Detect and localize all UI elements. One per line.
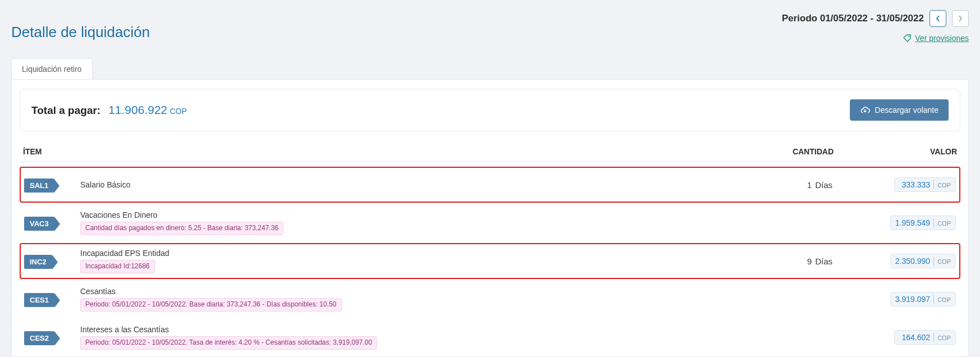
period-next-button[interactable] [952,10,969,27]
table-row: INC2Incapacidad EPS EntidadIncapacidad I… [20,243,960,279]
item-code-chip: CES1 [24,293,54,307]
table-row: CES2Intereses a las CesantíasPeriodo: 05… [20,319,960,355]
item-title: Intereses a las Cesantías [80,325,709,334]
provisions-link-label: Ver provisiones [915,34,969,43]
item-sub-pill: Periodo: 05/01/2022 - 10/05/2022. Tasa d… [80,336,377,350]
item-value[interactable]: 1.959.549COP [890,216,956,230]
period-label: Periodo 01/05/2022 - 31/05/2022 [782,13,924,24]
item-code-chip: VAC3 [24,217,54,231]
period-prev-button[interactable] [930,10,946,27]
total-currency: COP [170,107,187,116]
item-quantity: 1Días [709,180,832,190]
total-value: 11.906.922 [108,103,167,116]
total-label: Total a pagar: [31,104,100,117]
tag-icon [903,34,912,43]
item-value[interactable]: 3.919.097COP [890,292,956,306]
item-value[interactable]: 164.602COP [894,330,956,345]
chevron-left-icon [935,15,941,22]
items-table: ÍTEM CANTIDAD VALOR SAL1Salario Básico1D… [20,140,960,356]
table-row: VAC3Vacaciones En DineroCantidad días pa… [20,205,960,241]
item-title: Incapacidad EPS Entidad [80,249,709,258]
item-title: Vacaciones En Dinero [80,210,709,219]
page-title: Detalle de liquidación [11,24,150,41]
item-title: Cesantías [80,287,709,296]
download-volante-label: Descargar volante [875,106,938,115]
item-quantity: 9Días [709,257,832,266]
col-qty: CANTIDAD [710,147,834,156]
item-value[interactable]: 333.333COP [894,177,956,192]
item-code-chip: SAL1 [24,178,54,193]
col-item: ÍTEM [23,147,710,156]
item-sub-pill: Incapacidad Id:12686 [80,260,155,273]
col-value: VALOR [834,147,957,156]
table-row: SAL1Salario Básico1Días333.333COP [20,167,960,203]
item-sub-pill: Periodo: 05/01/2022 - 10/05/2022. Base d… [80,298,342,312]
chevron-right-icon [958,15,963,22]
provisions-link[interactable]: Ver provisiones [903,34,969,43]
total-bar: Total a pagar: 11.906.922 COP Descargar … [20,89,960,131]
svg-point-0 [909,36,910,37]
item-value[interactable]: 2.350.990COP [890,254,956,268]
item-code-chip: CES2 [24,331,54,345]
panel: Total a pagar: 11.906.922 COP Descargar … [11,79,969,357]
item-title: Salario Básico [80,180,709,189]
cloud-download-icon [860,105,870,115]
item-code-chip: INC2 [24,255,52,269]
table-row: CES1CesantíasPeriodo: 05/01/2022 - 10/05… [20,281,960,317]
tabs: Liquidación retiro [11,58,969,79]
item-sub-pill: Cantidad días pagados en dinero: 5.25 - … [80,222,283,235]
tab-liquidacion-retiro[interactable]: Liquidación retiro [11,58,93,79]
download-volante-button[interactable]: Descargar volante [850,99,949,121]
